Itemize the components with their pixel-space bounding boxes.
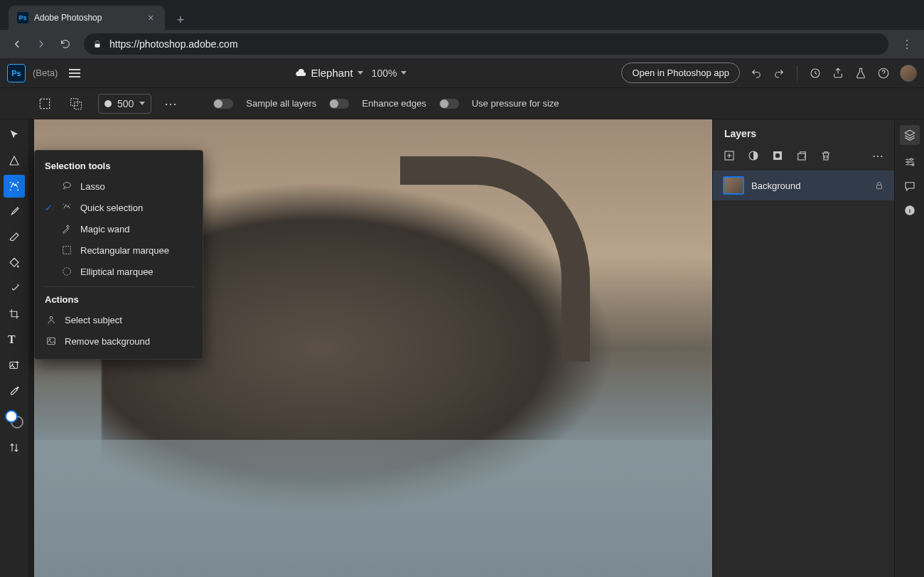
lock-icon	[92, 39, 102, 49]
browser-back-button[interactable]	[7, 34, 27, 54]
tab-close-icon[interactable]: ×	[145, 12, 156, 23]
flyout-item-label: Rectangular marquee	[80, 245, 169, 256]
info-rail-icon[interactable]	[903, 203, 917, 217]
browser-forward-button[interactable]	[31, 34, 51, 54]
chevron-down-icon	[139, 102, 145, 105]
photoshop-logo-icon[interactable]: Ps	[7, 64, 26, 82]
rectangular-marquee-icon	[60, 244, 73, 257]
adjustment-layer-icon[interactable]	[747, 149, 760, 162]
hamburger-menu-icon[interactable]	[69, 69, 80, 77]
enhance-edges-toggle[interactable]	[329, 99, 349, 109]
move-tool[interactable]	[4, 124, 25, 146]
open-in-app-button[interactable]: Open in Photoshop app	[621, 63, 740, 83]
brush-tool[interactable]	[4, 200, 25, 223]
eyedropper-tool[interactable]	[4, 379, 25, 402]
url-bar[interactable]: https://photoshop.adobe.com	[84, 33, 888, 55]
delete-layer-icon[interactable]	[820, 149, 832, 162]
tab-title: Adobe Photoshop	[34, 13, 139, 23]
healing-tool[interactable]	[4, 277, 25, 300]
flyout-item-label: Remove background	[65, 336, 150, 347]
eraser-tool[interactable]	[4, 226, 25, 249]
flyout-item-label: Quick selection	[80, 203, 143, 213]
flyout-quick-selection[interactable]: ✓ Quick selection	[35, 197, 203, 218]
right-rail	[894, 119, 924, 577]
browser-menu-icon[interactable]: ⋮	[897, 34, 917, 54]
layer-name: Background	[751, 180, 867, 191]
more-options-icon[interactable]: ⋯	[164, 96, 178, 112]
use-pressure-toggle[interactable]	[439, 99, 459, 109]
add-selection-icon[interactable]	[67, 95, 85, 113]
flyout-select-subject[interactable]: Select subject	[35, 309, 203, 330]
options-bar: 500 ⋯ Sample all layers Enhance edges Us…	[0, 88, 924, 119]
flyout-elliptical-marquee[interactable]: Elliptical marquee	[35, 261, 203, 282]
flyout-remove-background[interactable]: Remove background	[35, 330, 203, 352]
layers-panel: Layers ⋯ Background	[712, 119, 894, 577]
url-text: https://photoshop.adobe.com	[109, 38, 238, 50]
selection-tool[interactable]	[4, 175, 25, 198]
share-icon[interactable]	[832, 67, 844, 80]
clip-layer-icon[interactable]	[795, 149, 808, 162]
type-tool[interactable]: T	[4, 328, 25, 351]
user-avatar[interactable]	[900, 65, 917, 82]
layer-thumbnail	[723, 176, 744, 195]
crop-tool[interactable]	[4, 303, 25, 325]
svg-point-19	[63, 268, 71, 276]
place-image-tool[interactable]	[4, 354, 25, 377]
elliptical-marquee-icon	[60, 265, 73, 278]
add-layer-icon[interactable]	[723, 149, 736, 162]
select-subject-icon	[45, 313, 58, 326]
layer-actions-row: ⋯	[713, 145, 894, 169]
svg-point-20	[50, 316, 53, 319]
swap-colors-tool[interactable]	[4, 436, 25, 459]
svg-rect-13	[877, 185, 882, 188]
transform-tool[interactable]	[4, 149, 25, 172]
sample-all-layers-label: Sample all layers	[246, 98, 316, 109]
undo-button[interactable]	[750, 67, 763, 80]
left-toolbar: T	[0, 119, 28, 577]
document-name: Elephant	[311, 67, 353, 79]
new-selection-icon[interactable]	[36, 95, 54, 113]
layers-panel-title: Layers	[713, 119, 894, 145]
magic-wand-icon	[60, 222, 73, 235]
svg-point-15	[907, 161, 909, 163]
lock-icon[interactable]	[874, 180, 884, 190]
svg-rect-0	[95, 43, 100, 47]
brush-size-value: 500	[117, 98, 134, 109]
chevron-down-icon	[401, 71, 407, 75]
clock-icon[interactable]	[809, 67, 822, 80]
remove-background-icon	[45, 335, 58, 347]
svg-rect-3	[40, 99, 49, 108]
comments-rail-icon[interactable]	[903, 179, 917, 193]
layers-rail-icon[interactable]	[900, 125, 920, 145]
flyout-rectangular-marquee[interactable]: Rectangular marquee	[35, 239, 203, 261]
new-tab-button[interactable]: +	[171, 10, 190, 30]
layer-row-background[interactable]: Background	[713, 171, 894, 200]
brush-preview-icon	[104, 100, 112, 107]
beaker-icon[interactable]	[854, 67, 867, 80]
layer-mask-icon[interactable]	[771, 149, 784, 162]
quick-selection-icon	[60, 201, 73, 214]
check-icon: ✓	[43, 203, 53, 213]
layer-more-icon[interactable]: ⋯	[871, 149, 884, 162]
help-icon[interactable]	[877, 67, 890, 80]
selection-tools-flyout: Selection tools Lasso ✓ Quick selection …	[34, 150, 203, 360]
color-swatch[interactable]	[4, 405, 25, 433]
document-name-dropdown[interactable]: Elephant	[295, 67, 362, 79]
browser-tab[interactable]: Ps Adobe Photoshop ×	[9, 6, 165, 30]
svg-point-11	[775, 153, 780, 158]
fill-tool[interactable]	[4, 252, 25, 274]
flyout-lasso[interactable]: Lasso	[35, 176, 203, 197]
zoom-value: 100%	[372, 68, 397, 79]
svg-point-22	[49, 339, 50, 340]
flyout-magic-wand[interactable]: Magic wand	[35, 218, 203, 239]
enhance-edges-label: Enhance edges	[362, 98, 426, 109]
brush-size-dropdown[interactable]: 500	[98, 94, 151, 114]
redo-button[interactable]	[773, 67, 785, 80]
flyout-item-label: Elliptical marquee	[80, 266, 154, 277]
svg-rect-6	[10, 362, 18, 369]
divider	[797, 65, 797, 81]
sample-all-layers-toggle[interactable]	[213, 99, 233, 109]
browser-reload-button[interactable]	[55, 34, 75, 54]
properties-rail-icon[interactable]	[903, 155, 917, 169]
zoom-dropdown[interactable]: 100%	[372, 68, 407, 79]
